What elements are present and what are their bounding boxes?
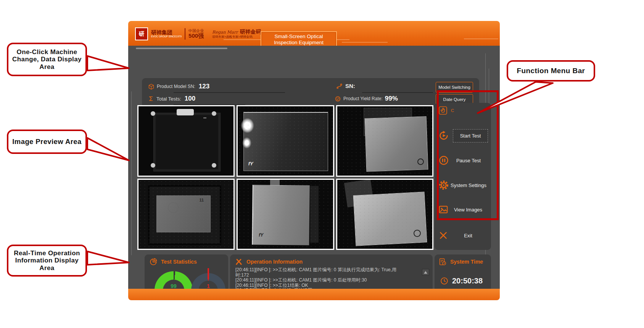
callout-image-preview-area: Image Preview Area xyxy=(7,130,87,154)
callout-function-menu-bar: Function Menu Bar xyxy=(507,60,595,82)
callout-realtime-info-area: Real-Time Operation Information Display … xyxy=(7,245,87,277)
callout-pointer-arrows xyxy=(0,0,644,328)
callout-data-display-area: One-Click Machine Change, Data Display A… xyxy=(7,43,87,76)
